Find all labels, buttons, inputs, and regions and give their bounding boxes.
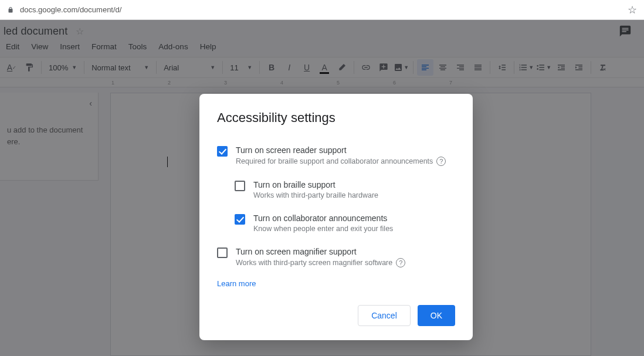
bookmark-star-icon[interactable]: ☆: [628, 4, 637, 16]
option-magnifier: Turn on screen magnifier support Works w…: [217, 241, 455, 276]
dialog-button-row: Cancel OK: [217, 305, 455, 326]
option-description: Works with third-party screen magnifier …: [236, 258, 405, 267]
checkbox-screen-reader[interactable]: [217, 146, 228, 157]
option-label: Turn on screen magnifier support: [236, 247, 405, 256]
option-braille: Turn on braille support Works with third…: [217, 174, 455, 208]
option-description: Works with third-party braille hardware: [253, 191, 378, 199]
option-label: Turn on screen reader support: [236, 145, 446, 155]
option-screen-reader: Turn on screen reader support Required f…: [217, 140, 455, 174]
browser-url-bar: docs.google.com/document/d/ ☆: [0, 0, 644, 20]
accessibility-settings-dialog: Accessibility settings Turn on screen re…: [199, 94, 473, 340]
lock-icon: [7, 6, 14, 13]
checkbox-braille[interactable]: [235, 181, 245, 191]
help-icon[interactable]: ?: [436, 157, 446, 166]
cancel-button[interactable]: Cancel: [358, 305, 411, 326]
help-icon[interactable]: ?: [396, 258, 405, 267]
learn-more-link[interactable]: Learn more: [217, 279, 256, 288]
option-label: Turn on braille support: [253, 180, 378, 189]
checkbox-magnifier[interactable]: [217, 247, 228, 258]
url-text[interactable]: docs.google.com/document/d/: [20, 5, 121, 14]
ok-button[interactable]: OK: [418, 305, 455, 326]
option-label: Turn on collaborator announcements: [253, 213, 393, 223]
option-description: Required for braille support and collabo…: [236, 157, 446, 166]
checkbox-collaborator[interactable]: [235, 214, 245, 225]
option-description: Know when people enter and exit your fil…: [253, 225, 393, 233]
dialog-title: Accessibility settings: [217, 110, 455, 126]
option-collaborator: Turn on collaborator announcements Know …: [217, 208, 455, 241]
